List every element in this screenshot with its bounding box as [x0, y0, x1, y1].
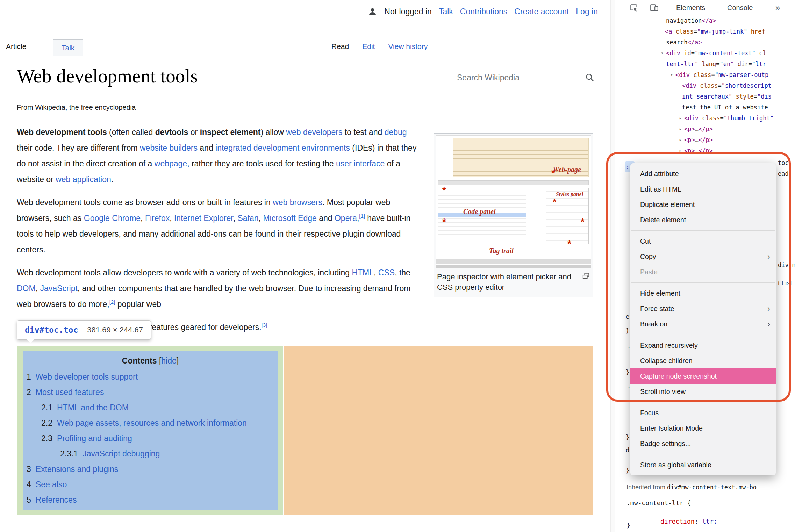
clipped-text-fragment: } — [626, 434, 629, 441]
context-menu-item-focus[interactable]: Focus — [630, 405, 776, 420]
dom-tree-node[interactable]: ▸<p>…</p> — [623, 135, 795, 145]
wiki-link-integrated-development-environments[interactable]: integrated development environments — [215, 143, 350, 152]
wiki-link-web-browsers[interactable]: web browsers — [273, 198, 322, 207]
dom-tree-node[interactable]: int searchaux" style="dis — [623, 91, 795, 102]
toc-item-web-page-assets-resources-and-network-information[interactable]: 2.2Web page assets, resources and networ… — [23, 415, 278, 431]
toc-item-web-developer-tools-support[interactable]: 1Web developer tools support — [23, 369, 278, 384]
dom-tree-node[interactable]: search</a> — [623, 37, 795, 48]
paragraph-1: Web development tools (often called devt… — [17, 124, 418, 187]
view-tabs: ReadEditView history — [331, 42, 428, 51]
wiki-link-opera[interactable]: Opera — [335, 214, 357, 223]
context-menu-item-delete-element[interactable]: Delete element — [630, 212, 776, 228]
wiki-link-dom[interactable]: DOM — [17, 284, 36, 293]
expand-arrow-icon[interactable]: ▸ — [677, 135, 684, 145]
dom-tree-node[interactable]: navigation</a> — [623, 15, 795, 26]
wiki-link-webpage[interactable]: webpage — [155, 159, 187, 168]
toc-hide-link[interactable]: hide — [161, 356, 176, 365]
reference-link[interactable]: [2] — [109, 299, 115, 305]
wiki-link-javascript[interactable]: JavaScript — [40, 284, 77, 293]
context-menu-item-hide-element[interactable]: Hide element — [630, 286, 776, 301]
context-menu-item-break-on[interactable]: Break on› — [630, 316, 776, 332]
clipped-text-fragment: t List — [778, 279, 792, 287]
wiki-link-html[interactable]: HTML — [352, 268, 374, 277]
search-input[interactable] — [452, 73, 585, 82]
view-tab-view-history[interactable]: View history — [388, 42, 428, 51]
thumb-status-strip — [436, 259, 591, 264]
toc-item-html-and-the-dom[interactable]: 2.1HTML and the DOM — [23, 400, 278, 415]
context-menu-item-force-state[interactable]: Force state› — [630, 301, 776, 316]
personal-link-log-in[interactable]: Log in — [576, 7, 598, 16]
tab-console[interactable]: Console — [727, 0, 753, 15]
dom-tree-node[interactable]: <div class="shortdescript — [623, 80, 795, 91]
toc-item-see-also[interactable]: 4See also — [23, 477, 278, 492]
context-menu-item-expand-recursively[interactable]: Expand recursively — [630, 338, 776, 353]
wiki-link-google-chrome[interactable]: Google Chrome — [84, 214, 141, 223]
styles-declaration[interactable]: direction: ltr; — [638, 510, 717, 532]
dom-tree-node[interactable]: test the UI of a website — [623, 102, 795, 113]
context-menu-item-capture-node-screenshot[interactable]: Capture node screenshot — [630, 368, 776, 384]
tab-elements[interactable]: Elements — [676, 0, 705, 15]
dom-tree-node[interactable]: <a class="mw-jump-link" href — [623, 26, 795, 37]
context-menu-item-badge-settings[interactable]: Badge settings... — [630, 436, 776, 451]
paragraph-2: Web development tools come as browser ad… — [17, 195, 418, 258]
inspect-element-icon[interactable] — [629, 3, 638, 12]
expand-arrow-icon[interactable]: ▸ — [677, 124, 684, 135]
device-toolbar-icon[interactable] — [650, 3, 659, 12]
dom-tree-node[interactable]: ▸<p>…</p> — [623, 145, 795, 156]
page-scrollbar[interactable] — [610, 0, 615, 532]
context-menu-item-copy[interactable]: Copy› — [630, 249, 776, 264]
thumbnail-expand-icon[interactable] — [582, 272, 590, 280]
tab-article[interactable]: Article — [6, 42, 26, 51]
context-menu-item-duplicate-element[interactable]: Duplicate element — [630, 197, 776, 212]
dom-tree-node[interactable]: ▸<p>…</p> — [623, 124, 795, 135]
toc-item-profiling-and-auditing[interactable]: 2.3Profiling and auditing — [23, 431, 278, 446]
dom-tree-node[interactable]: ▸<div class="thumb tright" — [623, 113, 795, 124]
dom-tree-node[interactable]: ▾<div id="mw-content-text" cl — [623, 48, 795, 59]
wiki-link-website-builders[interactable]: website builders — [140, 143, 198, 152]
menu-divider — [631, 454, 775, 454]
personal-links: TalkContributionsCreate accountLog in — [439, 7, 598, 16]
wiki-link-user-interface[interactable]: user interface — [336, 159, 385, 168]
thumbnail-image[interactable]: Web-page Code panel Styles panel Tag tra… — [436, 135, 591, 268]
personal-link-create-account[interactable]: Create account — [514, 7, 569, 16]
context-menu-item-store-as-global-variable[interactable]: Store as global variable — [630, 457, 776, 473]
collapse-arrow-icon[interactable]: ▾ — [668, 70, 675, 80]
wiki-link-debug[interactable]: debug — [385, 128, 407, 137]
context-menu-item-enter-isolation-mode[interactable]: Enter Isolation Mode — [630, 420, 776, 436]
wiki-link-safari[interactable]: Safari — [238, 214, 259, 223]
wiki-link-internet-explorer[interactable]: Internet Explorer — [174, 214, 233, 223]
personal-link-talk[interactable]: Talk — [439, 7, 453, 16]
styles-rule-selector[interactable]: .mw-content-ltr { — [626, 499, 691, 506]
context-menu-item-edit-as-html[interactable]: Edit as HTML — [630, 181, 776, 197]
wiki-link-microsoft-edge[interactable]: Microsoft Edge — [263, 214, 316, 223]
search-icon[interactable] — [585, 73, 595, 82]
context-menu-item-add-attribute[interactable]: Add attribute — [630, 166, 776, 181]
more-tabs-chevron[interactable]: » — [775, 0, 780, 15]
view-tab-edit[interactable]: Edit — [362, 42, 375, 51]
dom-tree-node[interactable]: ▾<div class="mw-parser-outp — [623, 70, 795, 80]
toc-item-javascript-debugging[interactable]: 2.3.1JavaScript debugging — [23, 446, 278, 461]
reference-link[interactable]: [1] — [359, 213, 365, 219]
tab-talk[interactable]: Talk — [53, 39, 83, 56]
wiki-link-firefox[interactable]: Firefox — [145, 214, 170, 223]
wiki-link-css[interactable]: CSS — [378, 268, 395, 277]
dom-tree: navigation</a><a class="mw-jump-link" hr… — [623, 15, 795, 162]
clipped-text-fragment: div.m — [778, 261, 795, 268]
login-status: Not logged in — [384, 7, 432, 16]
context-menu-item-scroll-into-view[interactable]: Scroll into view — [630, 384, 776, 399]
toc-item-references[interactable]: 5References — [23, 492, 278, 508]
wiki-link-web-application[interactable]: web application — [56, 175, 111, 184]
context-menu-item-cut[interactable]: Cut — [630, 233, 776, 249]
expand-arrow-icon[interactable]: ▸ — [677, 113, 684, 124]
expand-arrow-icon[interactable]: ▸ — [677, 145, 684, 156]
asterisk-mark — [551, 168, 555, 179]
dom-tree-node[interactable]: tent-ltr" lang="en" dir="ltr — [623, 59, 795, 70]
reference-link[interactable]: [3] — [262, 322, 267, 328]
collapse-arrow-icon[interactable]: ▾ — [659, 48, 666, 59]
view-tab-read[interactable]: Read — [331, 42, 349, 51]
personal-link-contributions[interactable]: Contributions — [460, 7, 508, 16]
context-menu-item-collapse-children[interactable]: Collapse children — [630, 353, 776, 368]
wiki-link-web-developers[interactable]: web developers — [286, 128, 342, 137]
toc-item-extensions-and-plugins[interactable]: 3Extensions and plugins — [23, 461, 278, 477]
toc-item-most-used-features[interactable]: 2Most used features — [23, 384, 278, 400]
